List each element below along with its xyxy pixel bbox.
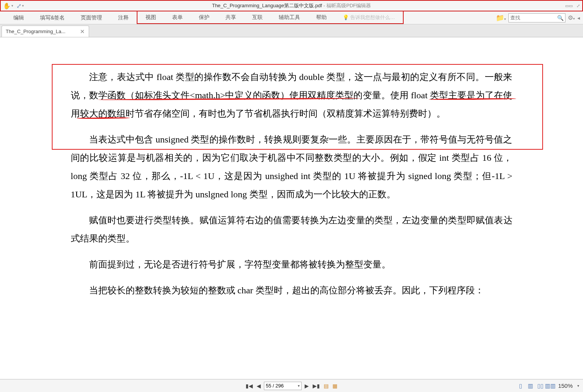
last-page-icon[interactable]: ▶▮ (312, 383, 321, 389)
two-page-icon[interactable]: ▯▯ (537, 383, 544, 389)
paragraph: 前面提到过，无论是否进行符号扩展，字符型变量都将被转换为整型变量。 (71, 255, 513, 274)
title-separator: - (322, 3, 327, 8)
hand-tool-icon[interactable]: ✋▾ (3, 2, 13, 10)
menu-highlighted-group: 视图 表单 保护 共享 互联 辅助工具 帮助 💡 告诉我您想做什么… (137, 11, 404, 24)
page-number-input[interactable] (266, 383, 296, 389)
paragraph: 当把较长的整数转换为较短的整数或 char 类型时，超出的高位部分将被丢弃。因此… (71, 281, 513, 299)
zoom-level[interactable]: 150% (558, 382, 573, 389)
page-navigation: ▮◀ ◀ ▾ ▶ ▶▮ ▤ ▦ (245, 382, 338, 390)
settings-icon[interactable]: ⚙▾ (568, 14, 575, 21)
menu-protect[interactable]: 保护 (191, 11, 217, 23)
tell-me-label: 告诉我您想做什么… (350, 14, 395, 21)
chevron-left-icon[interactable]: ◂ (577, 15, 580, 21)
document-viewport[interactable]: 注意，表达式中 float 类型的操作数不会自动转换为 double 类型，这一… (0, 37, 583, 379)
menu-annotate[interactable]: 注释 (110, 11, 137, 24)
tell-me-search[interactable]: 💡 告诉我您想做什么… (335, 11, 403, 23)
tab-bar: The_C_Programming_La... ✕ (0, 24, 583, 37)
menu-page-manage[interactable]: 页面管理 (73, 11, 110, 24)
status-bar: ▮◀ ◀ ▾ ▶ ▶▮ ▤ ▦ ▯ ▥ ▯▯ ▥▥ 150% ▾ (0, 379, 583, 392)
document-title: The_C_Programming_Language第二版中文版.pdf (212, 3, 322, 8)
menu-edit[interactable]: 编辑 (5, 11, 32, 24)
ribbon-toggle-icon[interactable]: ▭▭ (565, 3, 573, 8)
search-input[interactable] (510, 15, 552, 21)
paragraph: 注意，表达式中 float 类型的操作数不会自动转换为 double 类型，这一… (71, 68, 513, 123)
menu-fill-sign[interactable]: 填写&签名 (32, 11, 73, 24)
layout-icon-2[interactable]: ▦ (332, 383, 338, 389)
prev-page-icon[interactable]: ◀ (256, 383, 262, 389)
menu-view[interactable]: 视图 (137, 11, 164, 23)
menu-share[interactable]: 共享 (217, 11, 244, 23)
continuous-page-icon[interactable]: ▥ (527, 383, 534, 389)
tab-close-icon[interactable]: ✕ (80, 28, 85, 35)
select-tool-icon[interactable]: ⤢▾ (16, 2, 24, 10)
menubar-right-tools: 📁▾ 🔍 ⚙▾ ◂ (496, 11, 580, 24)
layout-icon-1[interactable]: ▤ (323, 383, 329, 389)
two-page-continuous-icon[interactable]: ▥▥ (547, 383, 554, 389)
zoom-dropdown-icon[interactable]: ▾ (577, 384, 579, 388)
search-icon[interactable]: 🔍 (557, 15, 564, 21)
tab-label: The_C_Programming_La... (6, 29, 65, 34)
search-box[interactable]: 🔍 (508, 13, 565, 22)
menu-tools[interactable]: 辅助工具 (271, 11, 308, 23)
next-page-icon[interactable]: ▶ (304, 383, 310, 389)
view-controls: ▯ ▥ ▯▯ ▥▥ 150% ▾ (517, 382, 579, 389)
file-tab[interactable]: The_C_Programming_La... ✕ (2, 26, 89, 37)
expand-icon[interactable]: ⤢ (577, 3, 580, 8)
page-content: 注意，表达式中 float 类型的操作数不会自动转换为 double 类型，这一… (48, 37, 535, 318)
paragraph: 当表达式中包含 unsigned 类型的操作数时，转换规则要复杂一些。主要原因在… (71, 130, 513, 203)
folder-icon[interactable]: 📁▾ (496, 14, 506, 22)
page-number-box[interactable]: ▾ (264, 382, 302, 390)
menu-bar: 编辑 填写&签名 页面管理 注释 视图 表单 保护 共享 互联 辅助工具 帮助 … (0, 11, 583, 24)
menu-form[interactable]: 表单 (164, 11, 191, 23)
bulb-icon: 💡 (343, 14, 349, 20)
app-name: 福昕高级PDF编辑器 (326, 3, 371, 8)
quick-access-toolbar: ✋▾ ⤢▾ (3, 2, 24, 10)
first-page-icon[interactable]: ▮◀ (245, 383, 254, 389)
window-title: The_C_Programming_Language第二版中文版.pdf - 福… (212, 2, 371, 9)
single-page-icon[interactable]: ▯ (517, 383, 524, 389)
paragraph: 赋值时也要进行类型转换。赋值运算符右边的值需要转换为左边变量的类型，左边变量的类… (71, 211, 513, 248)
page-dropdown-icon[interactable]: ▾ (298, 384, 300, 388)
window-controls: ▭▭ ⤢ (565, 3, 580, 8)
menu-help[interactable]: 帮助 (308, 11, 335, 23)
title-bar: ✋▾ ⤢▾ The_C_Programming_Language第二版中文版.p… (0, 0, 583, 11)
menu-connect[interactable]: 互联 (244, 11, 271, 23)
